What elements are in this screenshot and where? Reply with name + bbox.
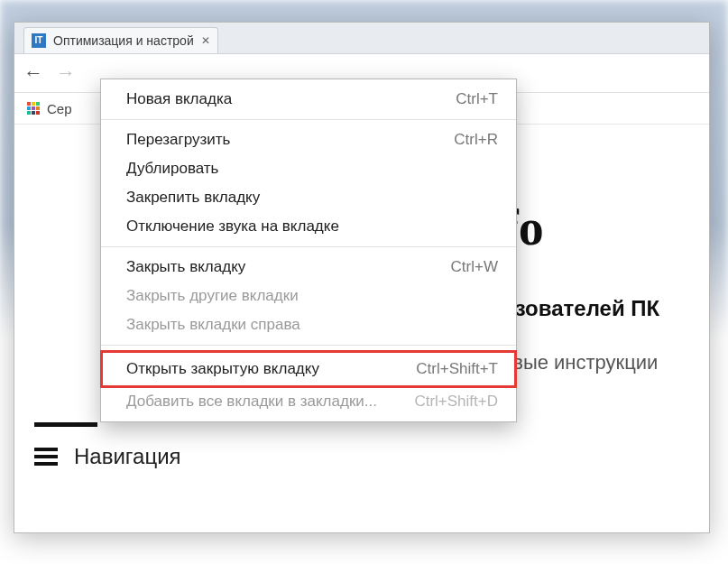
menu-separator [101, 246, 516, 247]
nav-label: Навигация [74, 446, 181, 467]
menu-item: Закрыть другие вкладки [101, 282, 516, 310]
close-icon[interactable]: ✕ [201, 34, 210, 47]
tab-favicon: IT [32, 33, 46, 48]
menu-item-shortcut: Ctrl+Shift+T [416, 360, 498, 378]
menu-item-label: Закрепить вкладку [126, 189, 260, 207]
apps-icon[interactable] [27, 102, 40, 115]
hamburger-icon[interactable] [34, 444, 58, 469]
back-button[interactable]: ← [23, 61, 43, 85]
tab-strip: IT Оптимизация и настрой ✕ [14, 23, 709, 54]
menu-item-label: Отключение звука на вкладке [126, 217, 339, 236]
menu-separator [101, 345, 516, 346]
active-tab[interactable]: IT Оптимизация и настрой ✕ [23, 27, 218, 53]
menu-item-label: Добавить все вкладки в закладки... [126, 393, 377, 411]
menu-item-label: Закрыть другие вкладки [126, 287, 299, 305]
menu-item[interactable]: Закрыть вкладкуCtrl+W [101, 253, 516, 282]
menu-item-shortcut: Ctrl+Shift+D [414, 393, 498, 411]
menu-item-shortcut: Ctrl+W [451, 258, 498, 276]
menu-item[interactable]: Закрепить вкладку [101, 183, 516, 212]
menu-separator [101, 119, 516, 120]
menu-item[interactable]: Дублировать [101, 154, 516, 183]
menu-item-label: Дублировать [126, 160, 218, 178]
menu-item-shortcut: Ctrl+T [456, 90, 498, 108]
menu-item-label: Открыть закрытую вкладку [126, 360, 319, 378]
menu-item: Закрыть вкладки справа [101, 310, 516, 339]
tab-title: Оптимизация и настрой [53, 33, 194, 48]
menu-item-label: Новая вкладка [126, 90, 232, 108]
tab-context-menu: Новая вкладкаCtrl+TПерезагрузитьCtrl+RДу… [100, 79, 517, 422]
menu-item[interactable]: Отключение звука на вкладке [101, 212, 516, 241]
menu-item-shortcut: Ctrl+R [454, 131, 498, 149]
menu-item-label: Перезагрузить [126, 131, 230, 149]
menu-item: Добавить все вкладки в закладки...Ctrl+S… [101, 387, 516, 416]
menu-item[interactable]: ПерезагрузитьCtrl+R [101, 125, 516, 154]
bookmarks-label[interactable]: Сер [47, 101, 72, 116]
subtitle-1: ьзователей ПК [502, 294, 659, 322]
forward-button[interactable]: → [56, 61, 76, 85]
menu-item[interactable]: Открыть закрытую вкладкуCtrl+Shift+T [101, 351, 516, 387]
subtitle-2: овые инструкции [502, 350, 658, 376]
section-divider [34, 422, 97, 427]
menu-item-label: Закрыть вкладки справа [126, 316, 300, 334]
menu-item[interactable]: Новая вкладкаCtrl+T [101, 85, 516, 114]
menu-item-label: Закрыть вкладку [126, 258, 245, 276]
browser-window: IT Оптимизация и настрой ✕ ← → Сер fo ьз… [14, 22, 710, 533]
nav-row[interactable]: Навигация [34, 444, 181, 469]
